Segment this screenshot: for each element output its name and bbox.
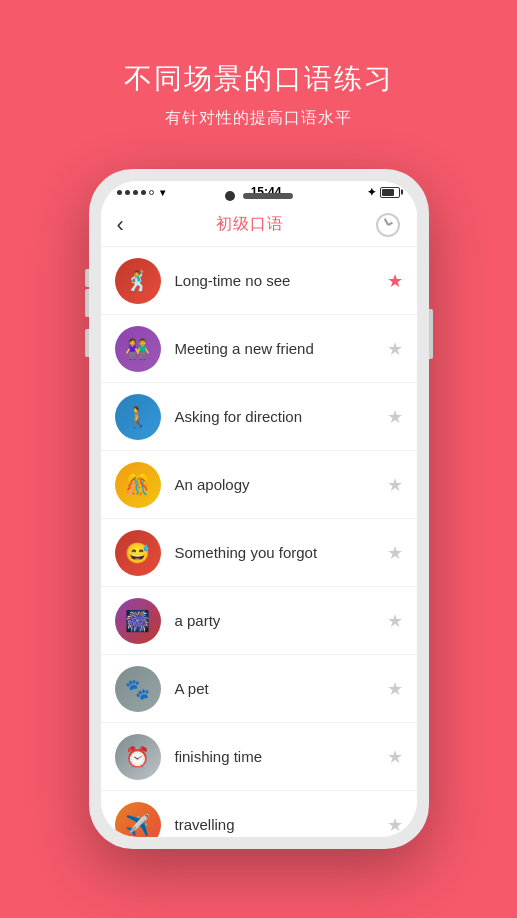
wifi-icon: ▾ xyxy=(160,187,165,198)
item-label: Asking for direction xyxy=(175,408,387,425)
battery-icon xyxy=(380,187,400,198)
phone-mockup: ▾ 15:44 ✦ ‹ 初级口语 🕺Long-time no see★👫Meet… xyxy=(89,169,429,849)
item-avatar: 🎊 xyxy=(115,462,161,508)
nav-title: 初级口语 xyxy=(216,214,284,235)
item-avatar: 🐾 xyxy=(115,666,161,712)
star-icon[interactable]: ★ xyxy=(387,474,403,496)
signal-dot-4 xyxy=(141,190,146,195)
item-avatar: 👫 xyxy=(115,326,161,372)
power-button xyxy=(429,309,433,359)
item-label: An apology xyxy=(175,476,387,493)
back-button[interactable]: ‹ xyxy=(117,212,124,238)
item-label: a party xyxy=(175,612,387,629)
star-icon[interactable]: ★ xyxy=(387,542,403,564)
list-item[interactable]: 🎊An apology★ xyxy=(101,451,417,519)
star-icon[interactable]: ★ xyxy=(387,406,403,428)
item-avatar: 😅 xyxy=(115,530,161,576)
signal-area: ▾ xyxy=(117,187,165,198)
signal-dot-1 xyxy=(117,190,122,195)
volume-up-button xyxy=(85,289,89,317)
mute-button xyxy=(85,269,89,287)
phone-camera xyxy=(225,191,235,201)
list-item[interactable]: 😅Something you forgot★ xyxy=(101,519,417,587)
list-item[interactable]: 🕺Long-time no see★ xyxy=(101,247,417,315)
header-section: 不同场景的口语练习 有针对性的提高口语水平 xyxy=(124,60,394,129)
star-active-icon[interactable]: ★ xyxy=(387,270,403,292)
signal-dot-5 xyxy=(149,190,154,195)
battery-fill xyxy=(382,189,394,196)
item-avatar: 🕺 xyxy=(115,258,161,304)
item-label: Long-time no see xyxy=(175,272,387,289)
phone-speaker xyxy=(243,193,293,199)
signal-dot-2 xyxy=(125,190,130,195)
list-item[interactable]: 🎆a party★ xyxy=(101,587,417,655)
item-avatar: 🚶 xyxy=(115,394,161,440)
star-icon[interactable]: ★ xyxy=(387,746,403,768)
item-label: travelling xyxy=(175,816,387,833)
bluetooth-icon: ✦ xyxy=(367,186,376,199)
star-icon[interactable]: ★ xyxy=(387,678,403,700)
star-icon[interactable]: ★ xyxy=(387,814,403,836)
item-label: A pet xyxy=(175,680,387,697)
item-avatar: ✈️ xyxy=(115,802,161,838)
list-item[interactable]: 🚶Asking for direction★ xyxy=(101,383,417,451)
header-title: 不同场景的口语练习 xyxy=(124,60,394,98)
item-avatar: ⏰ xyxy=(115,734,161,780)
star-icon[interactable]: ★ xyxy=(387,610,403,632)
item-label: Meeting a new friend xyxy=(175,340,387,357)
nav-bar: ‹ 初级口语 xyxy=(101,203,417,247)
list-item[interactable]: ✈️travelling★ xyxy=(101,791,417,837)
item-label: Something you forgot xyxy=(175,544,387,561)
list-item[interactable]: 👫Meeting a new friend★ xyxy=(101,315,417,383)
item-avatar: 🎆 xyxy=(115,598,161,644)
star-icon[interactable]: ★ xyxy=(387,338,403,360)
status-right: ✦ xyxy=(367,186,400,199)
item-label: finishing time xyxy=(175,748,387,765)
header-subtitle: 有针对性的提高口语水平 xyxy=(124,108,394,129)
list-item[interactable]: 🐾A pet★ xyxy=(101,655,417,723)
phone-screen: ▾ 15:44 ✦ ‹ 初级口语 🕺Long-time no see★👫Meet… xyxy=(101,181,417,837)
list-item[interactable]: ⏰finishing time★ xyxy=(101,723,417,791)
clock-button[interactable] xyxy=(376,213,400,237)
volume-down-button xyxy=(85,329,89,357)
lesson-list: 🕺Long-time no see★👫Meeting a new friend★… xyxy=(101,247,417,837)
signal-dot-3 xyxy=(133,190,138,195)
phone-top-details xyxy=(225,191,293,201)
